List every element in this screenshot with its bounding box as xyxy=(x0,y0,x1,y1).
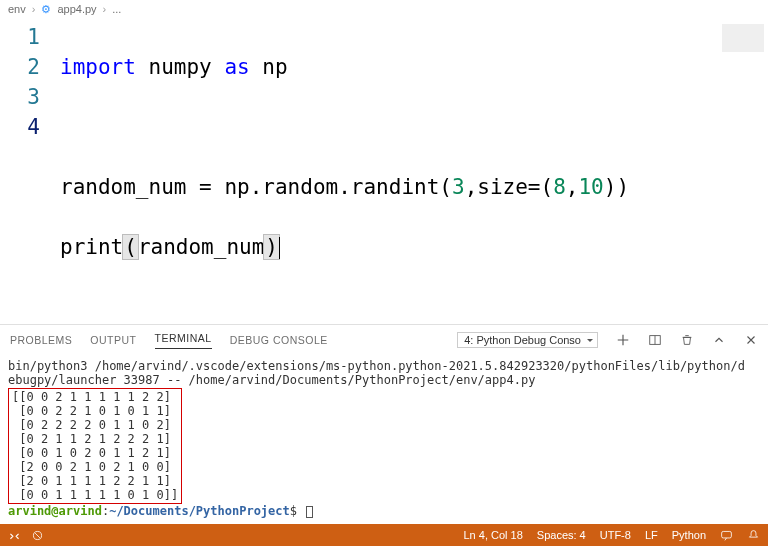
output-row: [2 0 1 1 1 1 2 2 1 1] xyxy=(12,474,178,488)
prompt-user: arvind@arvind xyxy=(8,504,102,518)
chevron-right-icon: › xyxy=(32,3,36,15)
terminal-line: ebugpy/launcher 33987 -- /home/arvind/Do… xyxy=(8,373,760,387)
svg-rect-3 xyxy=(722,531,732,538)
output-row: [0 0 1 0 2 0 1 1 2 1] xyxy=(12,446,178,460)
output-row: [[0 0 2 1 1 1 1 1 2 2] xyxy=(12,390,178,404)
module-name: numpy xyxy=(149,55,212,79)
builtin-print: print xyxy=(60,235,123,259)
number-literal: 10 xyxy=(578,175,603,199)
blank-line xyxy=(60,112,718,142)
status-spaces[interactable]: Spaces: 4 xyxy=(537,529,586,541)
minimap-region xyxy=(722,24,764,52)
status-language[interactable]: Python xyxy=(672,529,706,541)
trash-icon[interactable] xyxy=(680,333,694,347)
plus-icon[interactable] xyxy=(616,333,630,347)
bottom-panel: PROBLEMS OUTPUT TERMINAL DEBUG CONSOLE 4… xyxy=(0,324,768,524)
alias-name: np xyxy=(262,55,287,79)
chevron-right-icon: › xyxy=(103,3,107,15)
terminal-cursor xyxy=(306,506,313,518)
terminal-line: bin/python3 /home/arvind/.vscode/extensi… xyxy=(8,359,760,373)
line-number: 4 xyxy=(0,112,40,142)
prompt-path: ~/Documents/PythonProject xyxy=(109,504,290,518)
keyword-import: import xyxy=(60,55,136,79)
line-number: 1 xyxy=(0,22,40,52)
tab-debug-console[interactable]: DEBUG CONSOLE xyxy=(230,334,328,346)
breadcrumb-symbol[interactable]: ... xyxy=(112,3,121,15)
output-row: [0 0 1 1 1 1 1 0 1 0]] xyxy=(12,488,178,502)
breadcrumb: env › ⚙ app4.py › ... xyxy=(0,0,768,18)
output-row: [0 0 2 2 1 0 1 0 1 1] xyxy=(12,404,178,418)
tab-terminal[interactable]: TERMINAL xyxy=(155,332,212,349)
output-row: [0 2 2 2 2 0 1 1 0 2] xyxy=(12,418,178,432)
no-problems-icon[interactable] xyxy=(31,529,44,542)
variable: random_num xyxy=(60,175,186,199)
split-icon[interactable] xyxy=(648,333,662,347)
call-expr: np.random.randint xyxy=(224,175,439,199)
terminal-prompt[interactable]: arvind@arvind:~/Documents/PythonProject$ xyxy=(8,504,760,518)
chevron-up-icon[interactable] xyxy=(712,333,726,347)
status-bar: Ln 4, Col 18 Spaces: 4 UTF-8 LF Python xyxy=(0,524,768,546)
line-number: 2 xyxy=(0,52,40,82)
output-row: [0 2 1 1 2 1 2 2 2 1] xyxy=(12,432,178,446)
bell-icon[interactable] xyxy=(747,529,760,542)
status-line-col[interactable]: Ln 4, Col 18 xyxy=(463,529,522,541)
argument: random_num xyxy=(138,235,264,259)
bracket-match: ( xyxy=(122,234,139,260)
terminal-body[interactable]: bin/python3 /home/arvind/.vscode/extensi… xyxy=(0,355,768,524)
number-literal: 3 xyxy=(452,175,465,199)
output-row: [2 0 0 2 1 0 2 1 0 0] xyxy=(12,460,178,474)
code-area[interactable]: import numpy as np random_num = np.rando… xyxy=(60,18,718,324)
breadcrumb-file[interactable]: app4.py xyxy=(57,3,96,15)
operator: = xyxy=(186,175,224,199)
text-cursor xyxy=(279,237,280,259)
tab-output[interactable]: OUTPUT xyxy=(90,334,136,346)
terminal-selector[interactable]: 4: Python Debug Conso xyxy=(457,332,598,348)
breadcrumb-folder[interactable]: env xyxy=(8,3,26,15)
status-encoding[interactable]: UTF-8 xyxy=(600,529,631,541)
number-literal: 8 xyxy=(553,175,566,199)
tab-problems[interactable]: PROBLEMS xyxy=(10,334,72,346)
keyword-as: as xyxy=(224,55,249,79)
bracket-match: ) xyxy=(263,234,280,260)
minimap[interactable] xyxy=(718,18,768,324)
status-eol[interactable]: LF xyxy=(645,529,658,541)
panel-tabs: PROBLEMS OUTPUT TERMINAL DEBUG CONSOLE 4… xyxy=(0,325,768,355)
highlighted-output: [[0 0 2 1 1 1 1 1 2 2] [0 0 2 2 1 0 1 0 … xyxy=(8,388,182,504)
editor[interactable]: 1 2 3 4 import numpy as np random_num = … xyxy=(0,18,768,324)
line-number-gutter: 1 2 3 4 xyxy=(0,18,60,324)
close-icon[interactable] xyxy=(744,333,758,347)
remote-icon[interactable] xyxy=(8,529,21,542)
line-number: 3 xyxy=(0,82,40,112)
feedback-icon[interactable] xyxy=(720,529,733,542)
